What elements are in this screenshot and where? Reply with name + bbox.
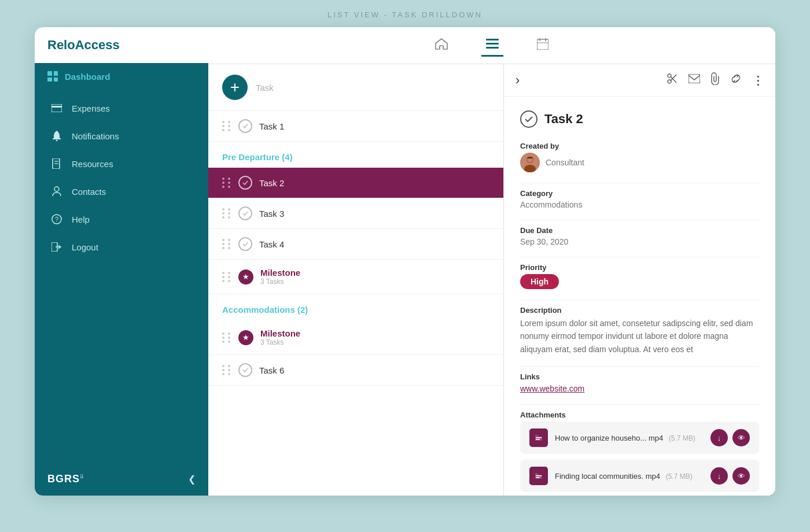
sidebar-header: ReloAccess	[35, 27, 208, 63]
task-complete-icon[interactable]	[520, 110, 537, 128]
divider	[520, 220, 759, 220]
sidebar-item-help[interactable]: ? Help	[35, 205, 208, 233]
sidebar-nav: Expenses Notifications Resources Contact…	[35, 90, 208, 463]
divider	[520, 366, 759, 367]
task-row-task6[interactable]: Task 6	[208, 355, 503, 386]
sidebar-item-expenses[interactable]: Expenses	[35, 94, 208, 122]
svg-point-6	[54, 187, 59, 191]
add-task-label: Task	[256, 83, 274, 93]
avatar	[520, 153, 540, 172]
task-row-task4[interactable]: Task 4	[208, 229, 503, 260]
mail-icon[interactable]	[689, 74, 700, 86]
description-label: Description	[520, 306, 759, 315]
task-check-icon[interactable]	[238, 237, 252, 251]
description-section: Description Lorem ipsum dolor sit amet, …	[520, 306, 759, 356]
nav-calendar-icon[interactable]	[532, 34, 553, 57]
task-check-icon[interactable]	[238, 176, 252, 190]
task-name: Task 3	[259, 209, 284, 219]
add-task-button[interactable]: +	[222, 75, 248, 100]
task-name: Task 6	[259, 365, 284, 375]
bell-icon	[51, 130, 62, 142]
svg-point-18	[668, 74, 671, 77]
sidebar-item-contacts[interactable]: Contacts	[35, 178, 208, 205]
task-list: + Task Task 1 Pre Departure (4)	[208, 64, 503, 496]
top-nav	[208, 27, 775, 64]
card-icon	[51, 102, 62, 114]
attach-file-icon	[529, 467, 548, 485]
page-title: LIST VIEW - TASK DRILLDOWN	[327, 10, 483, 19]
section-header-accommodations: Accommodations (2)	[208, 294, 503, 320]
links-label: Links	[520, 372, 759, 381]
more-icon[interactable]: ⋮	[752, 75, 764, 86]
priority-section: Priority High	[520, 263, 759, 289]
paperclip-icon[interactable]	[710, 72, 720, 88]
due-date-label: Due Date	[520, 226, 759, 235]
sidebar-item-notifications[interactable]: Notifications	[35, 122, 208, 150]
svg-rect-0	[51, 104, 62, 112]
milestone-icon: ★	[238, 330, 253, 345]
drag-handle	[222, 332, 231, 343]
view-button[interactable]: 👁	[732, 429, 750, 446]
svg-rect-20	[689, 74, 700, 83]
sidebar-collapse-button[interactable]: ❮	[188, 474, 196, 485]
attachment-size: (5.7 MB)	[666, 472, 693, 481]
svg-rect-1	[51, 106, 62, 108]
scissors-icon[interactable]	[667, 73, 678, 87]
svg-rect-13	[486, 47, 499, 49]
chevron-right-icon[interactable]: ›	[516, 73, 520, 88]
task-row-milestone2[interactable]: ★ Milestone 3 Tasks	[208, 320, 503, 355]
main-content: + Task Task 1 Pre Departure (4)	[208, 27, 775, 496]
svg-rect-28	[536, 439, 540, 440]
category-value: Accommodations	[520, 200, 759, 209]
divider	[520, 404, 759, 405]
book-icon	[51, 158, 62, 169]
task-check-icon[interactable]	[238, 206, 252, 220]
milestone-icon: ★	[238, 269, 253, 285]
download-button[interactable]: ↓	[710, 467, 728, 485]
category-label: Category	[520, 189, 759, 198]
description-value: Lorem ipsum dolor sit amet, consetetur s…	[520, 317, 759, 356]
milestone-name: Milestone	[260, 268, 300, 278]
task-row-task2[interactable]: Task 2	[208, 168, 503, 198]
svg-rect-12	[486, 43, 499, 45]
due-date-section: Due Date Sep 30, 2020	[520, 226, 759, 246]
resources-label: Resources	[72, 159, 113, 169]
created-by-row: Consultant	[520, 153, 759, 172]
content-area: + Task Task 1 Pre Departure (4)	[208, 64, 775, 496]
svg-rect-32	[536, 477, 540, 478]
task-title-row: Task 2	[520, 110, 759, 128]
sidebar-item-logout[interactable]: Logout	[35, 233, 208, 261]
download-button[interactable]: ↓	[710, 429, 728, 446]
drag-handle	[222, 208, 231, 219]
detail-toolbar-right: ⋮	[667, 72, 764, 88]
svg-point-19	[668, 80, 671, 83]
milestone-name: Milestone	[260, 328, 300, 338]
links-value[interactable]: www.website.com	[520, 384, 584, 393]
sidebar-footer: BGRS⠿ ❮	[35, 463, 208, 496]
detail-panel: ›	[503, 64, 775, 496]
task-row[interactable]: Task 1	[208, 111, 503, 142]
task-check-icon[interactable]	[238, 119, 252, 133]
add-task-row: + Task	[208, 64, 503, 111]
sidebar-item-resources[interactable]: Resources	[35, 150, 208, 178]
nav-list-icon[interactable]	[481, 34, 503, 57]
milestone-info: Milestone 3 Tasks	[260, 328, 300, 346]
attachment-card: Finding local communities. mp4 (5.7 MB) …	[520, 460, 759, 492]
link-icon[interactable]	[730, 73, 742, 87]
task-row-milestone1[interactable]: ★ Milestone 3 Tasks	[208, 260, 503, 294]
category-section: Category Accommodations	[520, 189, 759, 209]
nav-home-icon[interactable]	[430, 34, 452, 57]
view-button[interactable]: 👁	[732, 467, 750, 485]
drag-handle	[222, 121, 231, 131]
detail-toolbar: ›	[504, 64, 775, 97]
sidebar-item-dashboard[interactable]: Dashboard	[35, 63, 208, 90]
divider	[520, 183, 759, 183]
milestone-sub: 3 Tasks	[260, 278, 300, 286]
bgrs-logo: BGRS⠿	[47, 473, 84, 485]
app-shell: ReloAccess Dashboard Expenses Notificati…	[35, 27, 775, 496]
expenses-label: Expenses	[72, 104, 110, 113]
svg-rect-27	[536, 437, 542, 438]
attach-file-icon	[529, 428, 548, 447]
task-row-task3[interactable]: Task 3	[208, 198, 503, 229]
task-check-icon[interactable]	[238, 363, 252, 377]
